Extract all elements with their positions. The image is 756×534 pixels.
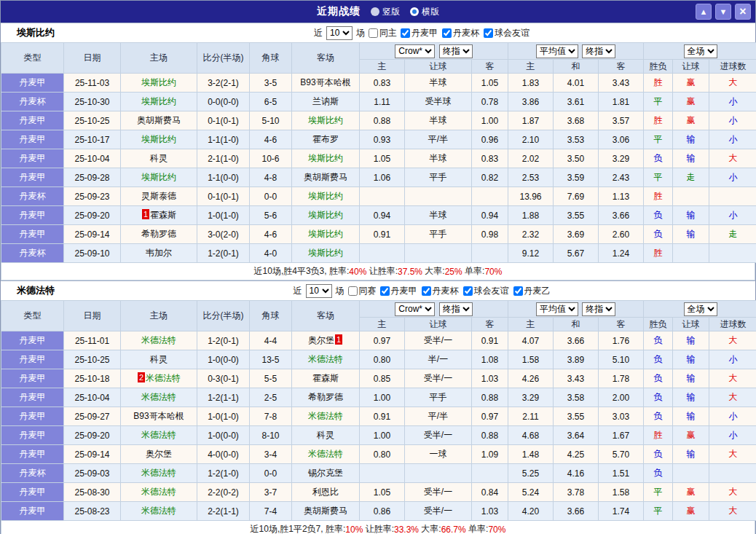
home-team-cell[interactable]: 米德法特	[121, 388, 197, 407]
odds-home-cell: 0.97	[360, 331, 405, 350]
avg-away-cell: 2.43	[599, 168, 644, 187]
odds-stage-select[interactable]: 终指	[439, 302, 473, 316]
league-filter[interactable]: 球会友谊	[484, 27, 529, 39]
away-team-cell[interactable]: 米德法特	[292, 350, 360, 369]
away-team-cell[interactable]: 埃斯比约	[292, 111, 360, 130]
home-team-cell[interactable]: 埃斯比约	[121, 74, 197, 93]
same-filter[interactable]: 同赛	[348, 285, 377, 297]
home-team-cell[interactable]: 奥胡斯费马	[121, 111, 197, 130]
sub-header-odds-away: 客	[472, 318, 508, 331]
avg-away-cell: 1.24	[599, 244, 644, 263]
away-team-cell[interactable]: 霍布罗	[292, 130, 360, 149]
summary-segment: 近10场,胜1平2负7, 胜率:	[251, 523, 346, 534]
home-team-cell[interactable]: 希勒罗德	[121, 225, 197, 244]
home-team-cell[interactable]: B93哥本哈根	[121, 407, 197, 426]
away-team-cell[interactable]: 奥胡斯费马	[292, 502, 360, 521]
league-checkbox[interactable]	[380, 286, 390, 296]
league-checkbox[interactable]	[463, 286, 473, 296]
close-button[interactable]: ×	[735, 4, 751, 20]
avg-stage-select[interactable]: 终指	[582, 44, 615, 58]
away-team-cell[interactable]: 奥尔堡1	[292, 331, 360, 350]
league-checkbox[interactable]	[513, 286, 523, 296]
league-checkbox[interactable]	[442, 28, 452, 38]
home-team-cell[interactable]: 1霍森斯	[121, 206, 197, 225]
avg-stage-select[interactable]: 终指	[582, 302, 615, 316]
avg-away-cell: 1.67	[599, 426, 644, 445]
summary-segment: 66.7%	[441, 525, 466, 534]
layout-vertical-radio[interactable]: 竖版	[371, 6, 400, 18]
scope-select[interactable]: 全场	[684, 302, 717, 316]
league-filter[interactable]: 丹麦杯	[422, 285, 459, 297]
odds-handicap-cell: 平/半	[405, 130, 472, 149]
away-team-cell[interactable]: 奥胡斯费马	[292, 168, 360, 187]
home-team-name: B93哥本哈根	[133, 411, 184, 421]
away-team-cell[interactable]: 埃斯比约	[292, 225, 360, 244]
away-team-cell[interactable]: 希勒罗德	[292, 388, 360, 407]
away-team-cell[interactable]: 米德法特	[292, 407, 360, 426]
col-header-corner: 角球	[250, 43, 292, 74]
home-team-cell[interactable]: 埃斯比约	[121, 168, 197, 187]
away-team-cell[interactable]: 埃斯比约	[292, 149, 360, 168]
league-checkbox[interactable]	[422, 286, 431, 296]
same-checkbox[interactable]	[348, 286, 358, 296]
avg-draw-cell: 3.55	[554, 407, 599, 426]
league-checkbox[interactable]	[401, 28, 410, 38]
away-team-cell[interactable]: 科灵	[292, 426, 360, 445]
home-team-cell[interactable]: 米德法特	[121, 426, 197, 445]
away-team-cell[interactable]: 埃斯比约	[292, 244, 360, 263]
odds-company-select[interactable]: Crow*	[395, 44, 435, 58]
league-filter[interactable]: 球会友谊	[463, 285, 509, 297]
odds-handicap-cell: 半/一	[405, 350, 472, 369]
home-team-cell[interactable]: 米德法特	[121, 502, 197, 521]
avg-draw-cell: 3.43	[554, 369, 599, 388]
away-team-cell[interactable]: 锡尔克堡	[292, 464, 360, 483]
same-filter[interactable]: 同主	[369, 27, 397, 39]
date-cell: 25-09-20	[64, 206, 121, 225]
results-table: 类型 日期 主场 比分(半场) 角球 客场 Crow* 终指 平均值 终指	[1, 300, 756, 521]
home-team-cell[interactable]: 科灵	[121, 350, 197, 369]
home-team-cell[interactable]: 韦加尔	[121, 244, 197, 263]
home-team-cell[interactable]: 米德法特	[121, 331, 197, 350]
away-team-cell[interactable]: 利恩比	[292, 483, 360, 502]
home-team-cell[interactable]: 埃斯比约	[121, 130, 197, 149]
match-count-select[interactable]: 10	[326, 26, 353, 40]
away-team-cell[interactable]: 埃斯比约	[292, 187, 360, 206]
away-team-name: 埃斯比约	[308, 191, 343, 201]
home-team-cell[interactable]: 2米德法特	[121, 369, 197, 388]
home-team-cell[interactable]: 米德法特	[121, 483, 197, 502]
league-filter[interactable]: 丹麦乙	[513, 285, 551, 297]
move-down-button[interactable]: ▼	[715, 4, 731, 20]
away-team-name: 科灵	[317, 430, 334, 440]
home-team-cell[interactable]: 灵斯泰德	[121, 187, 197, 206]
away-team-cell[interactable]: 米德法特	[292, 445, 360, 464]
odds-home-cell	[360, 464, 405, 483]
date-cell: 25-10-18	[64, 369, 121, 388]
league-checkbox[interactable]	[484, 28, 493, 38]
home-team-cell[interactable]: 奥尔堡	[121, 445, 197, 464]
home-team-cell[interactable]: 埃斯比约	[121, 93, 197, 111]
odds-away-cell: 0.82	[472, 168, 508, 187]
scope-select[interactable]: 全场	[684, 44, 717, 58]
summary-segment: 单率:	[466, 523, 489, 534]
away-team-cell[interactable]: 埃斯比约	[292, 206, 360, 225]
home-team-cell[interactable]: 米德法特	[121, 464, 197, 483]
away-team-cell[interactable]: B93哥本哈根	[292, 74, 360, 93]
league-filter[interactable]: 丹麦甲	[401, 27, 438, 39]
date-cell: 25-08-30	[64, 483, 121, 502]
summary-segment: 25%	[445, 267, 462, 277]
same-checkbox[interactable]	[369, 28, 378, 38]
avg-source-select[interactable]: 平均值	[536, 44, 578, 58]
layout-horizontal-radio[interactable]: 横版	[410, 6, 439, 18]
avg-source-select[interactable]: 平均值	[536, 302, 578, 316]
league-filter[interactable]: 丹麦杯	[442, 27, 479, 39]
home-team-cell[interactable]: 科灵	[121, 149, 197, 168]
summary-segment: 40%	[349, 267, 366, 277]
match-count-select[interactable]: 10	[306, 284, 332, 298]
odds-company-select[interactable]: Crow*	[395, 302, 435, 316]
away-team-cell[interactable]: 兰讷斯	[292, 93, 360, 111]
league-cell: 丹麦甲	[1, 130, 64, 149]
league-filter[interactable]: 丹麦甲	[380, 285, 417, 297]
move-up-button[interactable]: ▲	[696, 4, 712, 20]
away-team-cell[interactable]: 霍森斯	[292, 369, 360, 388]
odds-stage-select[interactable]: 终指	[439, 44, 473, 58]
